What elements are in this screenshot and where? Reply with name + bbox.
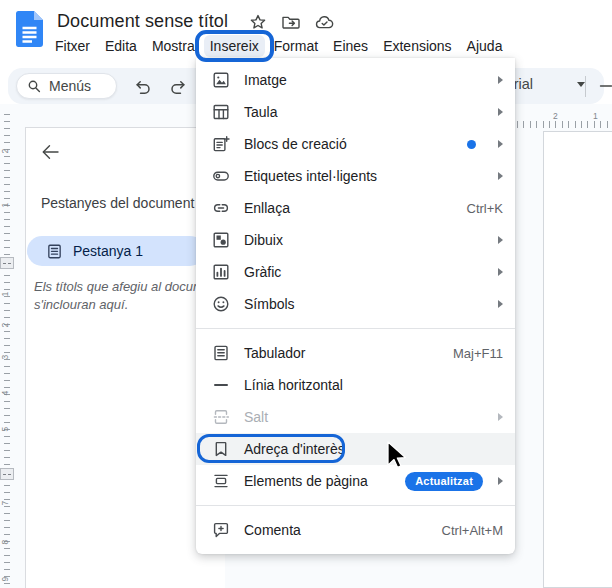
submenu-arrow-icon xyxy=(498,172,503,180)
chart-icon xyxy=(212,263,230,281)
document-lines-icon xyxy=(212,344,230,362)
minus-icon[interactable] xyxy=(597,77,612,95)
shortcut-label: Maj+F11 xyxy=(453,346,503,361)
building-blocks-icon xyxy=(212,135,230,153)
shortcut-label: Ctrl+Alt+M xyxy=(442,523,503,538)
sidebar-hint-text: Els títols que afegiu al document s'incl… xyxy=(34,278,222,313)
search-icon xyxy=(27,79,41,93)
menu-fitxer[interactable]: Fitxer xyxy=(49,35,96,57)
menu-item-comenta[interactable]: Comenta Ctrl+Alt+M xyxy=(196,514,515,546)
menu-item-elements-de-pagina[interactable]: Elements de pàgina Actualitzat xyxy=(196,465,515,497)
cloud-check-icon[interactable] xyxy=(314,13,335,37)
menu-item-dibuix[interactable]: Dibuix xyxy=(196,224,515,256)
submenu-arrow-icon xyxy=(498,477,503,485)
menu-item-simbols[interactable]: Símbols xyxy=(196,288,515,320)
submenu-arrow-icon xyxy=(498,300,503,308)
vruler-number: 4 xyxy=(0,388,10,398)
ruler-margin-marker[interactable] xyxy=(0,257,14,269)
menu-separator xyxy=(196,328,515,329)
submenu-arrow-icon xyxy=(498,76,503,84)
search-menus-button[interactable]: Menús xyxy=(16,73,117,99)
image-icon xyxy=(212,71,230,89)
insert-dropdown-menu: Imatge Taula Blocs de creació Etiquetes … xyxy=(196,58,515,554)
menu-extensions[interactable]: Extensions xyxy=(377,35,457,57)
link-icon xyxy=(212,199,230,217)
shortcut-label: Ctrl+K xyxy=(467,201,503,216)
menu-item-grafic[interactable]: Gràfic xyxy=(196,256,515,288)
menu-item-adreca-dinteres[interactable]: Adreça d'interès xyxy=(196,433,515,465)
submenu-arrow-icon xyxy=(498,413,503,421)
redo-button[interactable] xyxy=(168,77,187,96)
font-caret-icon xyxy=(577,82,585,87)
vruler-number: 1 xyxy=(0,200,10,210)
menu-format[interactable]: Format xyxy=(268,35,324,57)
document-page[interactable] xyxy=(543,131,612,588)
menu-mostra[interactable]: Mostra xyxy=(146,35,201,57)
sidebar-tab-pestanya-1[interactable]: Pestanya 1 xyxy=(27,236,205,266)
menu-insereix[interactable]: Insereix xyxy=(204,35,265,57)
menu-ajuda[interactable]: Ajuda xyxy=(461,35,509,57)
mouse-cursor xyxy=(386,441,408,475)
sidebar-title: Pestanyes del document xyxy=(41,195,194,211)
tab-label: Pestanya 1 xyxy=(73,243,143,259)
menu-item-taula[interactable]: Taula xyxy=(196,96,515,128)
vruler-number: 8 xyxy=(0,537,10,547)
smiley-icon xyxy=(212,295,230,313)
ruler-margin-marker[interactable] xyxy=(0,468,14,480)
menu-item-etiquetes-intelligents[interactable]: Etiquetes intel·ligents xyxy=(196,160,515,192)
menu-item-imatge[interactable]: Imatge xyxy=(196,64,515,96)
smart-chips-icon xyxy=(212,167,230,185)
page-break-icon xyxy=(212,408,230,426)
submenu-arrow-icon xyxy=(498,108,503,116)
undo-button[interactable] xyxy=(134,77,153,96)
font-family-dropdown[interactable]: Arial xyxy=(504,76,585,92)
vruler-number: 9 xyxy=(0,574,10,584)
document-title[interactable]: Document sense títol xyxy=(57,11,228,32)
menu-item-tabulador[interactable]: Tabulador Maj+F11 xyxy=(196,337,515,369)
submenu-arrow-icon xyxy=(498,236,503,244)
menu-edita[interactable]: Edita xyxy=(99,35,143,57)
hruler-number: 1 xyxy=(593,111,598,121)
new-feature-dot xyxy=(467,140,476,149)
menu-item-blocs-de-creacio[interactable]: Blocs de creació xyxy=(196,128,515,160)
menu-separator xyxy=(196,505,515,506)
menu-bar: Fitxer Edita Mostra Insereix Format Eine… xyxy=(49,35,508,57)
menu-eines[interactable]: Eines xyxy=(327,35,374,57)
back-arrow-icon[interactable] xyxy=(39,141,61,167)
submenu-arrow-icon xyxy=(498,140,503,148)
vruler-number: 2 xyxy=(0,320,10,330)
horizontal-line-icon xyxy=(212,376,230,394)
drawing-icon xyxy=(212,231,230,249)
hruler-number: 2 xyxy=(553,111,558,121)
vruler-number: 7 xyxy=(0,498,10,508)
toolbar-divider xyxy=(585,76,586,97)
document-tabs-sidebar: Pestanyes del document Pestanya 1 Els tí… xyxy=(25,127,225,588)
vruler-number: 5 xyxy=(0,424,10,434)
tab-document-icon xyxy=(46,243,63,260)
vruler-number: 3 xyxy=(0,352,10,362)
comment-plus-icon xyxy=(212,521,230,539)
vruler-number: 2 xyxy=(0,146,10,156)
search-menus-label: Menús xyxy=(49,78,91,94)
annotation-highlight-box xyxy=(197,434,345,463)
menu-item-salt[interactable]: Salt xyxy=(196,401,515,433)
actualitzat-badge: Actualitzat xyxy=(405,472,483,491)
page-elements-icon xyxy=(212,472,230,490)
google-docs-logo[interactable] xyxy=(16,11,43,51)
move-folder-icon[interactable] xyxy=(281,13,301,37)
table-icon xyxy=(212,103,230,121)
vruler-number: 1 xyxy=(0,289,10,299)
submenu-arrow-icon xyxy=(498,268,503,276)
horizontal-ruler[interactable] xyxy=(517,121,612,128)
vertical-ruler[interactable] xyxy=(4,114,10,586)
menu-item-linia-horitzontal[interactable]: Línia horitzontal xyxy=(196,369,515,401)
menu-item-enllaca[interactable]: Enllaça Ctrl+K xyxy=(196,192,515,224)
